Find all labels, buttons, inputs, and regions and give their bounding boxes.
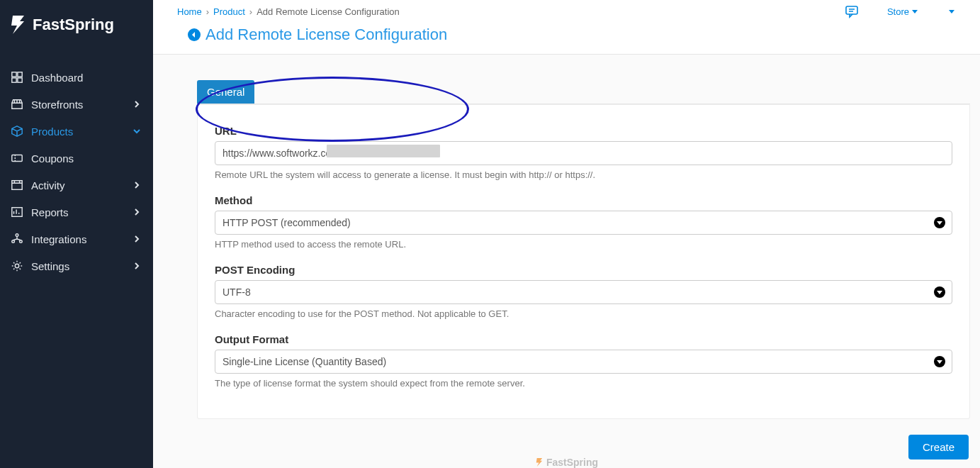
form-group-post-encoding: POST Encoding UTF-8 Character encoding t…	[215, 264, 952, 319]
user-dropdown[interactable]	[946, 9, 954, 14]
main-area: Home › Product › Add Remote License Conf…	[153, 0, 980, 468]
post-encoding-select[interactable]: UTF-8	[215, 280, 952, 304]
svg-point-9	[20, 240, 23, 243]
url-input-wrap	[215, 141, 952, 165]
method-help: HTTP method used to access the remote UR…	[215, 239, 952, 250]
caret-down-icon	[912, 9, 918, 14]
output-format-select[interactable]: Single-Line License (Quantity Based)	[215, 350, 952, 374]
tab-general[interactable]: General	[197, 80, 254, 104]
chevron-right-icon: ›	[206, 6, 209, 17]
svg-rect-1	[18, 72, 22, 77]
coupons-icon	[10, 151, 24, 165]
chevron-right-icon	[133, 235, 140, 243]
form-group-output-format: Output Format Single-Line License (Quant…	[215, 333, 952, 389]
post-encoding-label: POST Encoding	[215, 264, 952, 276]
chevron-right-icon: ›	[249, 6, 252, 17]
sidebar-item-settings[interactable]: Settings	[0, 252, 153, 279]
tab-header: General	[197, 80, 970, 104]
chevron-down-icon	[133, 128, 140, 135]
svg-rect-4	[12, 155, 22, 162]
form-group-url: URL Remote URL the system will access to…	[215, 125, 952, 180]
sidebar-item-reports[interactable]: Reports	[0, 199, 153, 225]
breadcrumb-home[interactable]: Home	[177, 6, 202, 17]
products-icon	[10, 124, 24, 138]
output-format-label: Output Format	[215, 333, 952, 345]
svg-rect-0	[12, 72, 16, 77]
svg-rect-2	[12, 78, 16, 82]
create-button[interactable]: Create	[908, 435, 969, 459]
form-panel: URL Remote URL the system will access to…	[197, 104, 970, 419]
chevron-right-icon	[133, 208, 140, 216]
sidebar-item-label: Activity	[31, 179, 143, 191]
page-title: Add Remote License Configuration	[205, 26, 447, 44]
sidebar-nav: Dashboard Storefronts Products Coupon	[0, 64, 153, 279]
chat-icon[interactable]	[845, 4, 859, 18]
url-input[interactable]	[215, 141, 952, 165]
sidebar-item-label: Reports	[31, 206, 143, 218]
output-format-help: The type of license format the system sh…	[215, 378, 952, 389]
footer-actions: Create	[153, 426, 980, 468]
sidebar-item-activity[interactable]: Activity	[0, 172, 153, 199]
sidebar-item-integrations[interactable]: Integrations	[0, 225, 153, 252]
reports-icon	[10, 205, 24, 219]
chevron-right-icon	[133, 101, 140, 108]
topbar: Home › Product › Add Remote License Conf…	[153, 0, 980, 20]
sidebar-item-label: Integrations	[31, 233, 143, 245]
url-help: Remote URL the system will access to gen…	[215, 169, 952, 180]
method-label: Method	[215, 194, 952, 206]
store-dropdown-label: Store	[887, 6, 909, 17]
sidebar-item-label: Dashboard	[31, 72, 143, 84]
back-icon[interactable]	[187, 28, 201, 42]
brand-logo: FastSpring	[0, 0, 153, 50]
sidebar-item-label: Settings	[31, 260, 143, 272]
breadcrumb-current: Add Remote License Configuration	[257, 6, 400, 17]
svg-point-10	[15, 264, 18, 267]
redacted-block	[327, 145, 440, 157]
method-select[interactable]: HTTP POST (recommended)	[215, 211, 952, 235]
breadcrumb-product[interactable]: Product	[213, 6, 245, 17]
storefronts-icon	[10, 97, 24, 111]
integrations-icon	[10, 232, 24, 246]
sidebar-item-label: Products	[31, 126, 143, 138]
svg-rect-11	[846, 6, 857, 14]
sidebar-item-dashboard[interactable]: Dashboard	[0, 64, 153, 91]
breadcrumb: Home › Product › Add Remote License Conf…	[177, 6, 845, 17]
sidebar-item-storefronts[interactable]: Storefronts	[0, 91, 153, 118]
sidebar-item-products[interactable]: Products	[0, 118, 153, 145]
sidebar: FastSpring Dashboard Storefronts Product…	[0, 0, 153, 468]
sidebar-item-coupons[interactable]: Coupons	[0, 145, 153, 172]
caret-down-icon	[949, 9, 954, 14]
chevron-right-icon	[133, 262, 140, 269]
svg-rect-3	[18, 78, 22, 82]
svg-point-8	[12, 240, 15, 243]
activity-icon	[10, 178, 24, 192]
brand-name: FastSpring	[33, 16, 114, 34]
form-group-method: Method HTTP POST (recommended) HTTP meth…	[215, 194, 952, 250]
sidebar-item-label: Storefronts	[31, 99, 143, 111]
svg-rect-5	[12, 181, 22, 190]
sidebar-item-label: Coupons	[31, 152, 143, 165]
content: General URL Remote URL the system will a…	[153, 55, 980, 468]
store-dropdown[interactable]: Store	[887, 6, 918, 17]
post-encoding-help: Character encoding to use for the POST m…	[215, 308, 952, 319]
top-actions: Store	[845, 4, 966, 18]
fastspring-logo-icon	[10, 14, 27, 35]
url-label: URL	[215, 125, 952, 137]
title-row: Add Remote License Configuration	[153, 20, 980, 55]
svg-point-7	[16, 234, 18, 237]
chevron-right-icon	[133, 182, 140, 189]
settings-icon	[10, 259, 24, 273]
dashboard-icon	[10, 70, 24, 84]
